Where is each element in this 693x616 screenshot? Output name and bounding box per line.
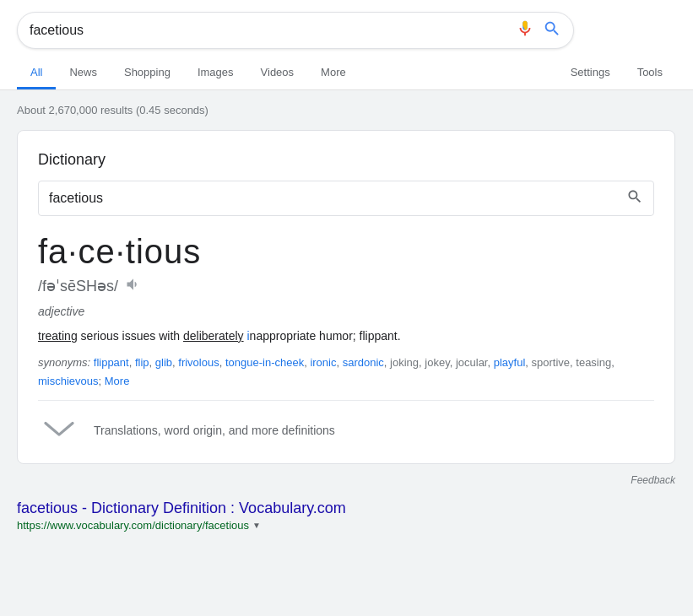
- result-url: https://www.vocabulary.com/dictionary/fa…: [17, 519, 249, 532]
- def-word-in: i: [246, 329, 249, 343]
- tab-tools[interactable]: Tools: [624, 57, 676, 89]
- syn-tongue-in-cheek[interactable]: tongue-in-cheek: [225, 356, 304, 369]
- syn-glib[interactable]: glib: [155, 356, 172, 369]
- result-url-row: https://www.vocabulary.com/dictionary/fa…: [17, 519, 675, 532]
- search-bar-row: [17, 12, 676, 49]
- dictionary-search-icon[interactable]: [626, 188, 643, 208]
- phonetic-row: /fəˈsēSHəs/: [38, 276, 654, 296]
- tab-more[interactable]: More: [307, 57, 360, 89]
- tab-shopping[interactable]: Shopping: [111, 57, 184, 89]
- synonyms-row: synonyms: flippant, flip, glib, frivolou…: [38, 354, 654, 391]
- tab-news[interactable]: News: [56, 57, 111, 89]
- tab-videos[interactable]: Videos: [247, 57, 308, 89]
- search-box: [17, 12, 574, 49]
- translations-text: Translations, word origin, and more defi…: [94, 424, 335, 437]
- syn-ironic[interactable]: ironic: [310, 356, 336, 369]
- tab-images[interactable]: Images: [184, 57, 247, 89]
- syn-flip[interactable]: flip: [135, 356, 149, 369]
- phonetic-text: /fəˈsēSHəs/: [38, 277, 118, 295]
- translations-row[interactable]: Translations, word origin, and more defi…: [38, 400, 654, 443]
- result-link-title[interactable]: facetious - Dictionary Definition : Voca…: [17, 500, 675, 517]
- header: All News Shopping Images Videos More Set…: [0, 0, 693, 90]
- nav-tabs: All News Shopping Images Videos More Set…: [17, 57, 676, 89]
- dictionary-title: Dictionary: [38, 151, 654, 169]
- main-content: About 2,670,000 results (0.45 seconds) D…: [0, 90, 692, 545]
- dictionary-search-input[interactable]: [49, 191, 626, 206]
- results-count: About 2,670,000 results (0.45 seconds): [17, 104, 675, 116]
- speaker-icon[interactable]: [125, 276, 142, 296]
- syn-jocular[interactable]: jocular: [456, 356, 488, 369]
- search-input[interactable]: [30, 23, 507, 38]
- feedback-row: Feedback: [17, 474, 675, 486]
- syn-mischievous[interactable]: mischievous: [38, 375, 99, 387]
- part-of-speech: adjective: [38, 305, 654, 318]
- dictionary-search-row: [38, 181, 654, 216]
- tab-settings[interactable]: Settings: [557, 57, 624, 89]
- search-result-item: facetious - Dictionary Definition : Voca…: [17, 500, 675, 532]
- syn-playful[interactable]: playful: [494, 356, 526, 369]
- syn-teasing[interactable]: teasing: [576, 356, 611, 369]
- definition-text: treating serious issues with deliberatel…: [38, 327, 654, 345]
- syn-sportive[interactable]: sportive: [532, 356, 571, 369]
- syn-frivolous[interactable]: frivolous: [178, 356, 219, 369]
- syn-sardonic[interactable]: sardonic: [343, 356, 384, 369]
- dictionary-card: Dictionary fa·ce·tious /fəˈsēSHəs/ adjec…: [17, 130, 675, 464]
- search-icon[interactable]: [543, 19, 561, 41]
- feedback-label[interactable]: Feedback: [631, 474, 675, 486]
- tab-all[interactable]: All: [17, 57, 56, 89]
- url-dropdown-arrow[interactable]: ▼: [252, 521, 261, 530]
- word-heading: fa·ce·tious: [38, 233, 654, 271]
- syn-jokey[interactable]: jokey: [425, 356, 449, 369]
- synonyms-label: synonyms:: [38, 356, 90, 369]
- microphone-icon[interactable]: [516, 19, 534, 41]
- def-word-treating: treating: [38, 329, 78, 343]
- syn-joking[interactable]: joking: [390, 356, 419, 369]
- synonyms-more-link[interactable]: More: [105, 375, 130, 387]
- chevron-down-icon: [38, 418, 80, 443]
- def-word-deliberately: deliberately: [183, 329, 244, 343]
- syn-flippant[interactable]: flippant: [94, 356, 129, 369]
